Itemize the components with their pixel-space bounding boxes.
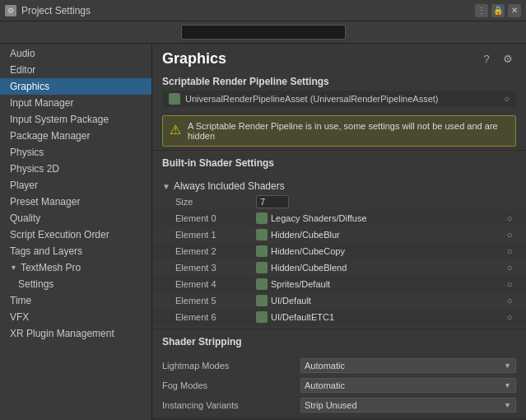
sidebar: Audio Editor Graphics Input Manager Inpu… bbox=[0, 44, 152, 420]
element-0-icon bbox=[256, 212, 268, 224]
element-1-end-button[interactable]: ○ bbox=[503, 228, 516, 241]
element-label: Element 5 bbox=[175, 296, 249, 306]
lightmap-label: Lightmap Modes bbox=[162, 361, 294, 371]
element-3-icon bbox=[256, 262, 268, 273]
close-button[interactable]: ✕ bbox=[508, 4, 521, 17]
always-included-label: ▼ Always Included Shaders bbox=[152, 177, 526, 194]
pipeline-asset-icon bbox=[169, 93, 180, 105]
textmesh-label: TextMesh Pro bbox=[21, 262, 81, 273]
builtin-section: Built-in Shader Settings bbox=[152, 154, 526, 177]
pipeline-row: UniversalRenderPipelineAsset (UniversalR… bbox=[162, 91, 516, 107]
sidebar-item-package-manager[interactable]: Package Manager bbox=[0, 128, 151, 144]
element-2-icon bbox=[256, 245, 268, 257]
fog-label: Fog Modes bbox=[162, 380, 294, 390]
sidebar-item-tags-and-layers[interactable]: Tags and Layers bbox=[0, 243, 151, 259]
table-row: Element 6 UI/DefaultETC1 ○ bbox=[152, 309, 526, 325]
element-2-text: Hidden/CubeCopy bbox=[271, 246, 345, 256]
sidebar-item-editor[interactable]: Editor bbox=[0, 62, 151, 78]
element-5-text: UI/Default bbox=[271, 296, 311, 306]
instancing-label: Instancing Variants bbox=[162, 400, 294, 410]
element-5-icon bbox=[256, 295, 268, 306]
table-row: Element 3 Hidden/CubeBlend ○ bbox=[152, 259, 526, 276]
element-4-icon bbox=[256, 278, 268, 290]
element-3-text: Hidden/CubeBlend bbox=[271, 263, 347, 273]
window-controls: ⋮ 🔒 ✕ bbox=[475, 4, 521, 17]
element-6-icon bbox=[256, 311, 268, 323]
shader-stripping-section: Shader Stripping bbox=[152, 333, 526, 356]
element-5-end-button[interactable]: ○ bbox=[503, 294, 516, 307]
element-0-end-button[interactable]: ○ bbox=[503, 212, 516, 225]
lock-button[interactable]: 🔒 bbox=[491, 4, 505, 17]
sidebar-item-time[interactable]: Time bbox=[0, 292, 151, 309]
pipeline-end-icon: ○ bbox=[504, 94, 510, 104]
element-4-text: Sprites/Default bbox=[271, 279, 330, 289]
pipeline-section-title: Scriptable Render Pipeline Settings bbox=[162, 76, 516, 87]
content-header: Graphics ? ⚙ bbox=[152, 44, 526, 72]
textmesh-chevron-icon: ▼ bbox=[10, 264, 17, 272]
content-area: Graphics ? ⚙ Scriptable Render Pipeline … bbox=[152, 44, 526, 420]
sidebar-item-settings[interactable]: Settings bbox=[0, 276, 151, 292]
element-value: Hidden/CubeBlend bbox=[256, 262, 496, 273]
divider-2 bbox=[152, 329, 526, 329]
element-2-end-button[interactable]: ○ bbox=[503, 245, 516, 258]
search-bar bbox=[0, 21, 526, 44]
project-icon: ⚙ bbox=[7, 7, 14, 15]
element-3-end-button[interactable]: ○ bbox=[503, 261, 516, 274]
element-value: Hidden/CubeBlur bbox=[256, 229, 496, 240]
warning-text: A Scriptable Render Pipeline is in use, … bbox=[188, 121, 509, 141]
fog-dropdown-wrapper: Automatic Manual ▼ bbox=[300, 378, 516, 393]
header-actions: ? ⚙ bbox=[478, 51, 516, 68]
search-input[interactable] bbox=[181, 25, 346, 40]
shader-stripping-title: Shader Stripping bbox=[162, 336, 516, 348]
settings-button[interactable]: ⚙ bbox=[500, 51, 516, 68]
kebab-menu-button[interactable]: ⋮ bbox=[475, 4, 488, 17]
sidebar-item-quality[interactable]: Quality bbox=[0, 210, 151, 226]
lightmap-dropdown[interactable]: Automatic Manual bbox=[300, 358, 516, 373]
sidebar-item-physics[interactable]: Physics bbox=[0, 144, 151, 161]
fog-row: Fog Modes Automatic Manual ▼ bbox=[152, 376, 526, 395]
title-icon: ⚙ bbox=[5, 5, 16, 16]
always-included-text: Always Included Shaders bbox=[174, 180, 285, 192]
sidebar-item-textmesh-pro[interactable]: ▼ TextMesh Pro bbox=[0, 259, 151, 276]
sidebar-item-graphics[interactable]: Graphics bbox=[0, 78, 151, 95]
sidebar-item-xr-plugin-management[interactable]: XR Plugin Management bbox=[0, 325, 151, 342]
instancing-dropdown[interactable]: Strip Unused Keep All bbox=[300, 398, 516, 413]
size-input[interactable] bbox=[256, 195, 289, 208]
element-label: Element 4 bbox=[175, 279, 249, 289]
help-button[interactable]: ? bbox=[478, 51, 495, 68]
sidebar-item-player[interactable]: Player bbox=[0, 177, 151, 194]
sidebar-item-input-system-package[interactable]: Input System Package bbox=[0, 111, 151, 128]
element-6-text: UI/DefaultETC1 bbox=[271, 312, 334, 322]
title-bar: ⚙ Project Settings ⋮ 🔒 ✕ bbox=[0, 0, 526, 21]
sidebar-item-script-execution-order[interactable]: Script Execution Order bbox=[0, 226, 151, 243]
element-value: Sprites/Default bbox=[256, 278, 496, 290]
sidebar-item-vfx[interactable]: VFX bbox=[0, 309, 151, 325]
element-6-end-button[interactable]: ○ bbox=[503, 310, 516, 324]
table-row: Element 2 Hidden/CubeCopy ○ bbox=[152, 243, 526, 259]
main-layout: Audio Editor Graphics Input Manager Inpu… bbox=[0, 44, 526, 420]
element-label: Element 6 bbox=[175, 312, 249, 322]
element-1-text: Hidden/CubeBlur bbox=[271, 230, 340, 240]
sidebar-item-audio[interactable]: Audio bbox=[0, 45, 151, 62]
element-1-icon bbox=[256, 229, 268, 240]
element-value: Legacy Shaders/Diffuse bbox=[256, 212, 496, 224]
element-label: Element 0 bbox=[175, 213, 249, 223]
element-label: Element 3 bbox=[175, 263, 249, 273]
warning-box: ⚠ A Scriptable Render Pipeline is in use… bbox=[162, 115, 516, 147]
sidebar-item-physics-2d[interactable]: Physics 2D bbox=[0, 161, 151, 177]
element-value: Hidden/CubeCopy bbox=[256, 245, 496, 257]
table-row: Element 4 Sprites/Default ○ bbox=[152, 276, 526, 292]
divider-3 bbox=[152, 418, 526, 419]
element-0-text: Legacy Shaders/Diffuse bbox=[271, 213, 367, 223]
fog-dropdown[interactable]: Automatic Manual bbox=[300, 378, 516, 393]
sidebar-item-preset-manager[interactable]: Preset Manager bbox=[0, 194, 151, 210]
sidebar-item-input-manager[interactable]: Input Manager bbox=[0, 95, 151, 111]
element-4-end-button[interactable]: ○ bbox=[503, 278, 516, 291]
table-row: Element 1 Hidden/CubeBlur ○ bbox=[152, 226, 526, 243]
lightmap-row: Lightmap Modes Automatic Manual ▼ bbox=[152, 356, 526, 376]
window-title: Project Settings bbox=[21, 5, 475, 16]
builtin-section-title: Built-in Shader Settings bbox=[162, 157, 516, 169]
pipeline-section: Scriptable Render Pipeline Settings Univ… bbox=[152, 72, 526, 112]
table-row: Element 0 Legacy Shaders/Diffuse ○ bbox=[152, 210, 526, 226]
element-label: Element 1 bbox=[175, 230, 249, 240]
